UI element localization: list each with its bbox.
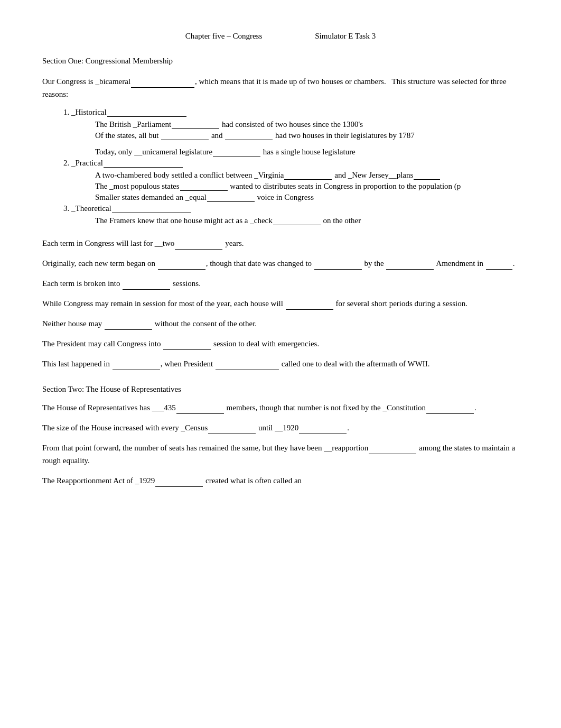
para-neither: Neither house may without the consent of… (42, 317, 519, 330)
blank-census (208, 434, 256, 434)
blank-constitution (426, 413, 474, 414)
list-sub-virginia: A two-chambered body settled a conflict … (95, 171, 519, 180)
intro-paragraph: Our Congress is _bicameral, which means … (42, 75, 519, 100)
list-sub-check: The Framers knew that one house might ac… (95, 216, 519, 225)
para-term-began: Originally, each new term began on , tho… (42, 257, 519, 270)
list-sub-equal: Smaller states demanded an _equal voice … (95, 193, 519, 202)
para-sessions: Each term is broken into sessions. (42, 277, 519, 290)
blank-date1 (158, 269, 205, 270)
blank-parliament (172, 128, 219, 129)
blank-date2 (314, 269, 362, 270)
page-header: Chapter five – Congress Simulator E Task… (42, 32, 519, 41)
blank-theoretical (112, 213, 191, 213)
section2-title: Section Two: The House of Representative… (42, 385, 519, 394)
blank-state2 (225, 140, 273, 140)
list-sub-states: Of the states, all but and had two house… (95, 131, 519, 140)
s2-para3: From that point forward, the number of s… (42, 441, 519, 467)
s2-para1: The House of Representatives has ___435 … (42, 401, 519, 414)
s2-para4: The Reapportionment Act of _1929 created… (42, 474, 519, 487)
blank-bicameral (131, 87, 194, 88)
blank-state1 (161, 140, 209, 140)
para-term-length: Each term in Congress will last for __tw… (42, 237, 519, 250)
list-item-2: 2. _Practical (63, 159, 519, 168)
blank-nj (414, 179, 440, 180)
blank-populous (180, 190, 228, 191)
blank-virginia (284, 179, 332, 180)
blank-historical (107, 116, 186, 117)
blank-year (486, 269, 512, 270)
list-item-1: 1. _Historical (63, 108, 519, 117)
chapter-title: Chapter five – Congress (185, 32, 262, 41)
blank-reapportion (369, 454, 416, 454)
para-remain-session: While Congress may remain in session for… (42, 297, 519, 310)
blank-president (216, 370, 279, 370)
blank-equal (207, 201, 255, 202)
list-item-3: 3. _Theoretical (63, 204, 519, 213)
s2-para2: The size of the House increased with eve… (42, 421, 519, 434)
list-sub-populous: The _most populous states wanted to dist… (95, 182, 519, 191)
blank-recess (286, 309, 333, 310)
blank-special (163, 349, 211, 350)
blank-adjourn (105, 329, 152, 330)
list-sub-unicameral: Today, only __unicameral legislature has… (95, 148, 519, 156)
blank-1929 (155, 486, 203, 487)
simulator-info: Simulator E Task 3 (315, 32, 376, 41)
list-sub-parliament: The British _Parliament had consisted of… (95, 120, 519, 129)
blank-check (273, 225, 321, 225)
para-last-happened: This last happened in , when President c… (42, 357, 519, 370)
blank-435 (176, 413, 224, 414)
blank-1920 (299, 434, 347, 434)
blank-amendment (386, 269, 434, 270)
blank-two (175, 249, 222, 250)
blank-practical (104, 167, 183, 168)
section1-title: Section One: Congressional Membership (42, 57, 519, 66)
blank-unicameral (213, 156, 260, 156)
blank-sessions (123, 289, 170, 290)
para-president-call: The President may call Congress into ses… (42, 337, 519, 350)
blank-year2 (113, 370, 160, 370)
